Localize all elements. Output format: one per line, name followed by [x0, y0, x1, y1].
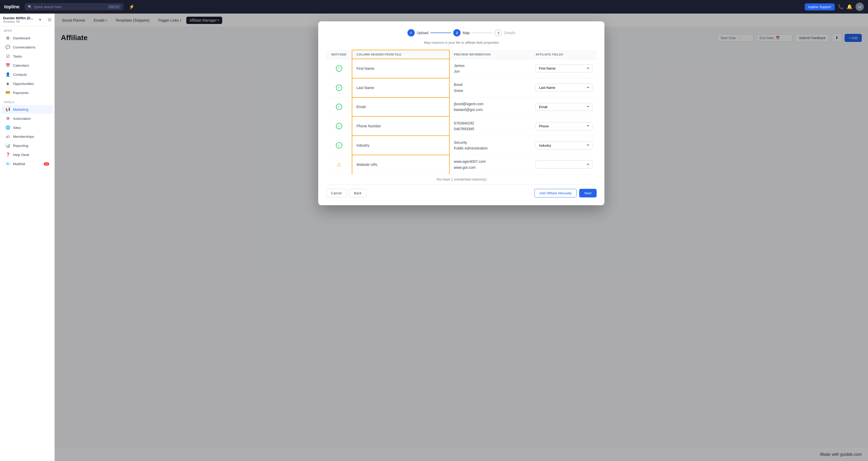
sidebar-item-conversations[interactable]: 💬 Conversations: [2, 43, 53, 52]
contacts-icon: 👤: [5, 72, 10, 77]
add-affiliate-manually-button[interactable]: Add Affiliate Manually: [534, 189, 577, 197]
affiliate-field-select[interactable]: Email: [535, 103, 592, 111]
step-map: 2 Map: [453, 29, 470, 36]
mailfold-badge: 11: [44, 162, 49, 166]
matched-check-icon: ✓: [336, 142, 342, 148]
step-details: 3 Details: [495, 29, 515, 36]
search-placeholder: Quick search here: [34, 5, 62, 9]
reporting-icon: 📊: [5, 143, 10, 148]
memberships-icon: 🏷: [5, 135, 10, 139]
column-header-cell: Email: [352, 97, 450, 117]
column-header-cell: First Name: [352, 59, 450, 78]
table-row: ✓ Email jbond@agent.combastard@got.com E…: [326, 97, 597, 117]
table-row: ⚠ Website URL www.agent007.comwww.got.co…: [326, 155, 597, 174]
modal-footer: Cancel Back Add Affiliate Manually Next: [326, 184, 597, 197]
workspace-name: Dunder Mifflin (D...: [3, 16, 33, 20]
sidebar-section-tools: Tools 📢 Marketing ⚙ Automation 🌐 Sites 🏷…: [0, 97, 54, 168]
avatar[interactable]: U: [856, 3, 864, 11]
column-header-cell: Website URL: [352, 155, 450, 174]
workspace-selector[interactable]: Dunder Mifflin (D... Scranton, PA ▾ ⊟: [0, 13, 54, 26]
top-nav-right: topline Support 📞 🔔 U: [805, 3, 864, 11]
sidebar-section-apps: Apps ⊞ Dashboard 💬 Conversations ☑ Tasks…: [0, 26, 54, 97]
search-icon: 🔍: [28, 5, 32, 9]
sidebar-item-tasks[interactable]: ☑ Tasks: [2, 52, 53, 61]
matched-check-icon: ✓: [336, 85, 342, 91]
sidebar-toggle-icon[interactable]: ⊟: [48, 17, 51, 22]
step-line-1: [430, 33, 451, 33]
sidebar-item-label: Payments: [13, 91, 29, 95]
step-line-2: [472, 33, 493, 33]
main-content: Affiliate Start Date → End Date 📅 Submit…: [55, 27, 868, 461]
sidebar-item-memberships[interactable]: 🏷 Memberships: [2, 132, 53, 141]
sidebar-item-label: Help Desk: [13, 153, 29, 157]
preview-cell: JamesJon: [450, 59, 531, 78]
col-header-matched: MATCHED: [326, 50, 352, 59]
section-label-tools: Tools: [0, 97, 54, 105]
sites-icon: 🌐: [5, 125, 10, 130]
sidebar-item-opportunities[interactable]: ◈ Opportunities: [2, 79, 53, 88]
opportunities-icon: ◈: [5, 81, 10, 86]
affiliate-field-select[interactable]: Phone: [535, 122, 592, 130]
affiliate-field-select[interactable]: Last Name: [535, 84, 592, 92]
step-label-map: Map: [463, 31, 470, 35]
phone-icon[interactable]: 📞: [838, 4, 843, 10]
sidebar-item-label: Marketing: [13, 108, 28, 112]
unmatched-warning-icon: ⚠: [337, 162, 341, 168]
sidebar-item-automation[interactable]: ⚙ Automation: [2, 114, 53, 123]
sidebar-item-label: Reporting: [13, 144, 28, 148]
search-bar[interactable]: 🔍 Quick search here Ctrl + K: [25, 3, 124, 10]
back-button[interactable]: Back: [349, 189, 366, 197]
matched-check-icon: ✓: [336, 65, 342, 71]
modal-footer-left: Cancel Back: [326, 189, 366, 197]
column-header-cell: Phone Number: [352, 116, 450, 136]
sidebar-item-calendars[interactable]: 📅 Calendars: [2, 61, 53, 70]
workspace-location: Scranton, PA: [3, 20, 33, 23]
sidebar-item-contacts[interactable]: 👤 Contacts: [2, 70, 53, 79]
conversations-icon: 💬: [5, 45, 10, 50]
next-button[interactable]: Next: [579, 189, 597, 197]
calendars-icon: 📅: [5, 63, 10, 68]
mailfold-icon: 📧: [5, 162, 10, 166]
stepper: ✓ Upload 2 Map 3 Details: [326, 29, 597, 36]
marketing-icon: 📢: [5, 107, 10, 112]
sidebar-item-label: Mailfold: [13, 162, 25, 166]
chevron-down-icon: ▾: [39, 17, 41, 22]
sidebar-item-label: Sites: [13, 126, 21, 130]
col-header-preview: PREVIEW INFORMATION: [450, 50, 531, 59]
lightning-icon[interactable]: ⚡: [129, 4, 134, 10]
map-modal: ✓ Upload 2 Map 3 Details Map columns in …: [318, 21, 604, 205]
map-table: MATCHED COLUMN HEADER FROM FILE PREVIEW …: [326, 50, 597, 174]
sidebar-item-dashboard[interactable]: ⊞ Dashboard: [2, 34, 53, 42]
affiliate-field-select[interactable]: Industry: [535, 141, 592, 149]
sidebar-item-label: Conversations: [13, 45, 35, 49]
sidebar-item-reporting[interactable]: 📊 Reporting: [2, 141, 53, 150]
sidebar-item-mailfold[interactable]: 📧 Mailfold 11: [2, 160, 53, 168]
tasks-icon: ☑: [5, 54, 10, 59]
sidebar-item-label: Memberships: [13, 135, 34, 139]
preview-cell: BondSnow: [450, 78, 531, 97]
sidebar: Dunder Mifflin (D... Scranton, PA ▾ ⊟ Ap…: [0, 13, 55, 461]
sidebar-item-label: Contacts: [13, 73, 27, 77]
modal-subtitle: Map columns in your file to affiliate fi…: [326, 40, 597, 45]
step-circle-upload: ✓: [407, 29, 415, 36]
step-circle-map: 2: [453, 29, 461, 36]
sidebar-item-label: Tasks: [13, 54, 22, 58]
modal-footer-right: Add Affiliate Manually Next: [534, 189, 597, 197]
payments-icon: 💳: [5, 90, 10, 95]
sidebar-item-helpdesk[interactable]: ❓ Help Desk: [2, 150, 53, 159]
sidebar-item-sites[interactable]: 🌐 Sites: [2, 123, 53, 132]
helpdesk-icon: ❓: [5, 152, 10, 157]
support-button[interactable]: topline Support: [805, 3, 835, 10]
modal-overlay: ✓ Upload 2 Map 3 Details Map columns in …: [55, 13, 868, 461]
step-upload: ✓ Upload: [407, 29, 428, 36]
dashboard-icon: ⊞: [5, 36, 10, 40]
bell-icon[interactable]: 🔔: [847, 4, 852, 10]
sidebar-item-payments[interactable]: 💳 Payments: [2, 88, 53, 97]
sidebar-item-marketing[interactable]: 📢 Marketing: [2, 105, 53, 114]
top-navigation: topline 🔍 Quick search here Ctrl + K ⚡ t…: [0, 0, 868, 13]
matched-check-icon: ✓: [336, 104, 342, 110]
cancel-button[interactable]: Cancel: [326, 189, 346, 197]
affiliate-field-select[interactable]: Website URL: [535, 161, 592, 169]
affiliate-field-select[interactable]: First Name: [535, 64, 592, 73]
step-label-details: Details: [504, 31, 515, 35]
